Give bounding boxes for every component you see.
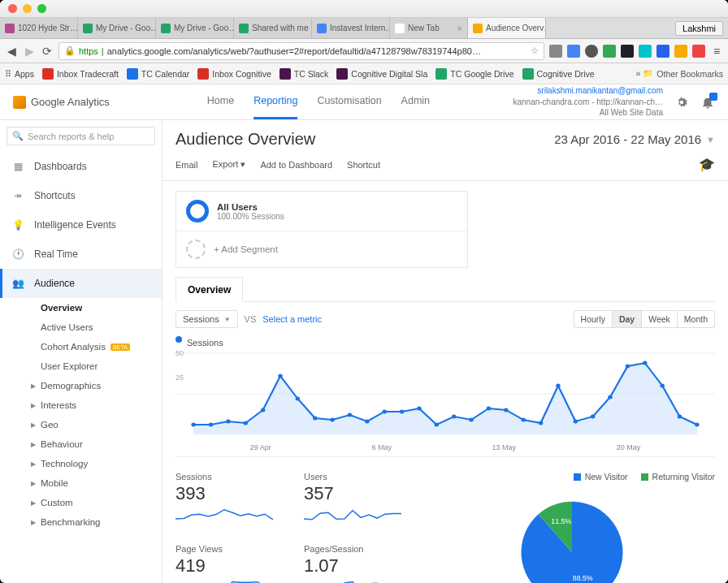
browser-tab[interactable]: New Tab× [390,18,468,38]
sidebar-item-label: Real Time [34,248,78,260]
sidebar-item-shortcuts[interactable]: ↠Shortcuts [0,181,162,210]
extension-icon[interactable] [567,45,580,58]
extension-icon[interactable] [674,45,687,58]
sidebar-sub-active-users[interactable]: Active Users [31,317,162,337]
sidebar-sub-overview[interactable]: Overview [31,298,162,317]
extension-icon[interactable] [656,45,670,58]
bookmark-item[interactable]: Inbox Tradecraft [42,68,119,80]
sidebar-item-intelligence-events[interactable]: 💡Intelligence Events [0,210,162,240]
sub-label: Demographics [41,381,101,391]
sidebar-sub-user-explorer[interactable]: User Explorer [31,356,162,376]
gran-month[interactable]: Month [677,311,714,327]
gran-hourly[interactable]: Hourly [574,311,612,327]
sub-label: Behaviour [41,439,83,449]
nav-customisation[interactable]: Customisation [317,84,381,119]
minimize-window-button[interactable] [23,4,32,13]
maximize-window-button[interactable] [37,4,46,13]
metric-selector[interactable]: Sessions ▼ [176,310,238,328]
apps-button[interactable]: ⠿ Apps [5,69,34,79]
bell-icon[interactable] [700,95,715,110]
star-icon[interactable]: ☆ [531,45,539,56]
favicon [127,68,138,80]
profile-button[interactable]: Lakshmi [675,21,723,36]
menu-button[interactable]: ≡ [710,45,723,58]
toolbar-export[interactable]: Export ▾ [213,159,246,170]
segment-all-users[interactable]: All Users 100.00% Sessions [176,192,467,231]
url-scheme: https [79,46,98,56]
metric-pages-session[interactable]: Pages/Session1.07 [304,544,419,583]
toolbar-shortcut[interactable]: Shortcut [347,160,380,170]
sidebar-item-audience[interactable]: 👥Audience [0,269,162,298]
browser-tab[interactable]: My Drive - Goo…× [78,18,156,38]
extension-icon[interactable] [692,45,705,58]
nav-home[interactable]: Home [207,84,234,119]
nav-reporting[interactable]: Reporting [254,84,297,119]
favicon [83,24,93,33]
browser-tab[interactable]: Instavest Intern…× [312,18,390,38]
svg-point-2 [191,423,196,427]
sidebar-sub-benchmarking[interactable]: ▶Benchmarking [31,512,162,532]
search-input[interactable]: 🔍 Search reports & help [6,127,155,145]
metric-sessions[interactable]: Sessions393 [176,472,291,536]
svg-point-8 [296,397,301,401]
extension-icon[interactable] [585,45,598,58]
bookmark-item[interactable]: TC Calendar [127,68,190,80]
sidebar-item-real-time[interactable]: 🕐Real Time [0,240,162,269]
ga-logo[interactable]: Google Analytics [13,96,110,109]
sub-label: Cohort Analysis [41,342,106,352]
svg-point-25 [591,415,596,419]
bookmark-item[interactable]: TC Google Drive [436,68,514,80]
sub-label: Active Users [41,322,93,332]
sidebar-sub-geo[interactable]: ▶Geo [31,415,162,434]
dash-icon: ▦ [11,160,24,173]
extension-icon[interactable] [603,45,616,58]
browser-tab[interactable]: Shared with me …× [234,18,312,38]
extension-icon[interactable] [621,45,634,58]
sidebar-sub-cohort-analysis[interactable]: Cohort AnalysisBETA [31,337,162,356]
back-button[interactable]: ◀ [5,45,18,58]
extension-icon[interactable] [639,45,652,58]
bookmark-item[interactable]: TC Slack [280,68,329,80]
toolbar-add-to-dashboard[interactable]: Add to Dashboard [260,160,332,170]
bookmark-label: TC Slack [294,69,329,79]
browser-tab[interactable]: Audience Overv…× [468,18,546,38]
select-metric-link[interactable]: Select a metric [262,314,322,324]
ga-account-info[interactable]: srilakshmi.manikantan@gmail.com kannan-c… [513,85,663,119]
caret-icon: ▶ [31,421,37,429]
account-property: kannan-chandra.com - http://kannan-ch… [513,97,663,108]
bookmark-label: Cognitive Digital Sla [351,69,427,79]
toolbar-email[interactable]: Email [176,160,198,170]
sidebar-sub-mobile[interactable]: ▶Mobile [31,473,162,493]
extension-icon[interactable] [549,45,562,58]
svg-point-11 [348,413,353,417]
nav-admin[interactable]: Admin [401,84,430,119]
date-range-picker[interactable]: 23 Apr 2016 - 22 May 2016 ▼ [554,132,715,146]
sidebar-sub-interests[interactable]: ▶Interests [31,395,162,415]
reload-button[interactable]: ⟳ [41,45,54,58]
sidebar-sub-custom[interactable]: ▶Custom [31,493,162,512]
url-field[interactable]: 🔒 https | analytics.google.com/analytics… [58,42,544,60]
bookmark-item[interactable]: Inbox Cognitive [197,68,271,80]
other-bookmarks[interactable]: » 📁 Other Bookmarks [636,68,723,79]
close-window-button[interactable] [8,4,17,13]
gran-day[interactable]: Day [612,311,641,327]
metric-users[interactable]: Users357 [304,472,419,536]
browser-tab[interactable]: 1020 Hyde Str…× [0,18,78,38]
gear-icon[interactable] [674,95,689,110]
forward-button[interactable]: ▶ [23,45,36,58]
sidebar-sub-demographics[interactable]: ▶Demographics [31,376,162,395]
browser-tab[interactable]: My Drive - Goo…× [156,18,234,38]
sidebar-sub-behaviour[interactable]: ▶Behaviour [31,434,162,454]
graduation-icon[interactable]: 🎓 [699,157,715,172]
sidebar-item-dashboards[interactable]: ▦Dashboards [0,152,162,181]
favicon [197,68,209,80]
tab-overview[interactable]: Overview [176,277,243,302]
gran-week[interactable]: Week [641,311,677,327]
close-tab-icon[interactable]: × [457,24,462,33]
bookmark-item[interactable]: Cognitive Digital Sla [336,68,427,80]
sidebar-item-label: Audience [34,278,75,289]
sidebar-sub-technology[interactable]: ▶Technology [31,454,162,473]
metric-page-views[interactable]: Page Views419 [176,544,291,583]
bookmark-item[interactable]: Cognitive Drive [522,68,595,80]
add-segment[interactable]: + Add Segment [176,231,467,267]
